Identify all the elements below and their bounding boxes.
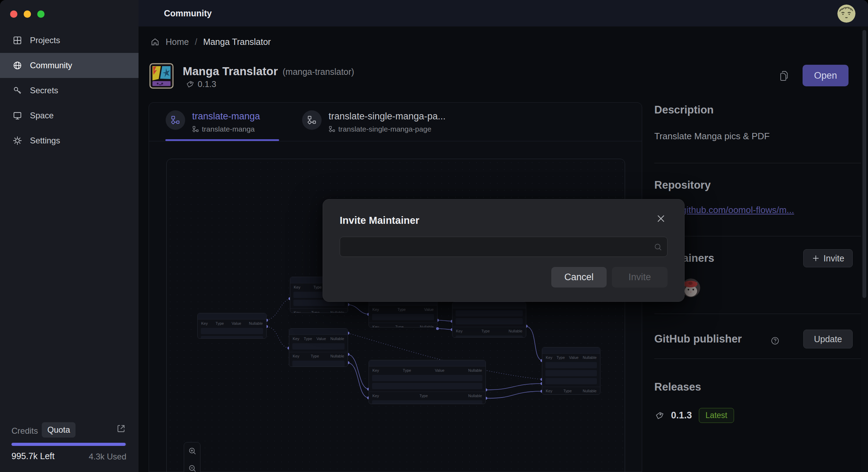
credits-used-value: 4.3k Used [89, 452, 126, 462]
flow-node-row [372, 400, 482, 404]
breadcrumb-separator: / [195, 37, 197, 47]
package-title: Manga Translator [183, 65, 278, 78]
flow-node[interactable]: KeyTypeNullable [452, 302, 526, 338]
description-heading: Description [654, 104, 714, 116]
invite-submit-label: Invite [629, 272, 651, 283]
flow-node-columns: KeyTypeValueNullable [198, 320, 266, 326]
flow-branch-icon [166, 110, 185, 130]
manga-translator-app-icon [149, 63, 174, 89]
cancel-button[interactable]: Cancel [551, 267, 607, 288]
help-circle-icon[interactable] [771, 336, 780, 345]
breadcrumb-current: Manga Translator [203, 37, 271, 47]
credits-label: Credits [11, 426, 38, 436]
flow-node-row [292, 343, 345, 349]
sidebar: Projects Community Secrets Space Setting… [0, 0, 139, 472]
flow-node-row [372, 383, 482, 389]
key-icon [13, 86, 22, 95]
sidebar-item-label: Settings [30, 136, 60, 145]
update-button-label: Update [814, 334, 842, 344]
flow-node-row [201, 336, 263, 339]
divider [654, 236, 861, 236]
divider [654, 163, 861, 163]
sidebar-item-settings[interactable]: Settings [0, 128, 139, 153]
flow-node-header [542, 347, 600, 354]
flow-node-row [545, 378, 597, 384]
cancel-button-label: Cancel [564, 272, 593, 283]
quota-toggle[interactable]: Quota [42, 422, 76, 438]
flow-node-columns: KeyTypeValueNullable [289, 335, 348, 341]
invite-submit-button[interactable]: Invite [612, 267, 668, 288]
sidebar-item-label: Projects [30, 36, 60, 45]
flow-node-row [372, 375, 482, 381]
sidebar-item-secrets[interactable]: Secrets [0, 78, 139, 103]
flow-node[interactable]: KeyTypeValueNullableKeyTypeNullable [289, 328, 348, 367]
flow-node[interactable]: KeyTypeValueNullableKeyTypeNullable [369, 360, 486, 404]
sidebar-item-projects[interactable]: Projects [0, 28, 139, 53]
credits-progress-fill [11, 443, 126, 446]
invite-maintainer-dialog: Invite Maintainer Cancel Invite [323, 199, 685, 302]
sidebar-item-label: Secrets [30, 86, 58, 95]
invite-maintainer-button[interactable]: Invite [803, 249, 853, 267]
flow-branch-icon [302, 110, 322, 130]
user-avatar[interactable] [837, 5, 855, 23]
sidebar-item-label: Space [30, 111, 54, 120]
flow-node[interactable]: KeyTypeValueKeyTypeNullable [369, 299, 437, 328]
flow-canvas[interactable]: KeyTypeValueNullableKeyTypeValueKeyTypeN… [149, 141, 642, 472]
credits-left-value: 995.7k Left [11, 451, 55, 461]
flow-node-columns: KeyTypeValueNullable [542, 354, 600, 360]
invite-search-input[interactable] [340, 237, 668, 257]
flow-node[interactable]: KeyTypeValueNullableKeyTypeNullable [542, 347, 600, 395]
package-slug: (manga-translator) [283, 67, 354, 77]
window-close-button[interactable] [10, 10, 17, 18]
monitor-icon [13, 111, 22, 120]
plus-icon [812, 254, 820, 262]
flow-node-columns: KeyTypeNullable [289, 352, 348, 359]
sidebar-item-space[interactable]: Space [0, 103, 139, 128]
flow-node-row [545, 370, 597, 376]
package-version-value: 0.1.3 [198, 79, 216, 89]
breadcrumb-home[interactable]: Home [166, 37, 189, 47]
flow-node-columns: KeyTypeNullable [452, 327, 526, 334]
scrollbar-thumb[interactable] [862, 30, 866, 298]
grid-icon [13, 36, 22, 45]
topbar: Community [139, 0, 868, 26]
flow-node-columns: KeyTypeNullable [542, 387, 600, 394]
flow-node-row [456, 310, 523, 316]
zoom-out-icon[interactable] [188, 464, 197, 472]
flow-node-columns: KeyTypeNullable [290, 309, 348, 313]
window-minimize-button[interactable] [24, 10, 31, 18]
credits-progress-bar [11, 443, 126, 446]
search-icon [654, 243, 663, 252]
github-publisher-heading: GitHub publisher [654, 333, 742, 345]
sidebar-item-community[interactable]: Community [0, 53, 139, 78]
external-link-icon[interactable] [117, 424, 126, 433]
flow-node-row [545, 362, 597, 368]
close-icon[interactable] [656, 213, 666, 224]
scrollbar-track[interactable] [861, 26, 868, 472]
update-button[interactable]: Update [803, 330, 853, 348]
zoom-in-icon[interactable] [188, 447, 197, 456]
flow-node-header [369, 360, 486, 367]
home-icon[interactable] [150, 37, 160, 47]
package-version: 0.1.3 [186, 79, 216, 89]
flow-node-row [292, 361, 345, 367]
sidebar-item-label: Community [30, 61, 72, 70]
tab-subtitle-text: translate-manga [202, 125, 255, 133]
divider [654, 359, 861, 359]
package-details-panel: Description Translate Manga pics & PDF R… [654, 26, 861, 472]
flow-node-columns: KeyTypeNullable [369, 323, 437, 328]
tab-subtitle: translate-single-manga-page [329, 125, 431, 133]
tab-title: translate-manga [192, 111, 260, 122]
flow-node-columns: KeyTypeValueNullable [369, 367, 486, 373]
window-maximize-button[interactable] [37, 10, 45, 18]
flow-node-columns: KeyTypeNullable [369, 392, 486, 399]
release-row: 0.1.3 Latest [655, 408, 734, 423]
latest-badge: Latest [699, 408, 734, 423]
flow-node[interactable]: KeyTypeValueNullable [197, 313, 267, 339]
globe-icon [13, 61, 22, 70]
tab-title: translate-single-manga-pa... [329, 111, 445, 122]
invite-button-label: Invite [823, 253, 844, 263]
divider [654, 314, 861, 314]
gear-icon [13, 136, 22, 145]
release-version: 0.1.3 [671, 410, 692, 421]
